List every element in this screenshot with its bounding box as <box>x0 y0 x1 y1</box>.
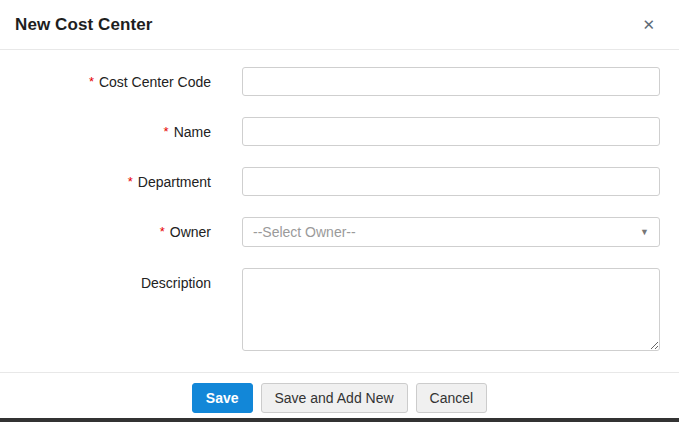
form-row-owner: *Owner --Select Owner-- ▼ <box>0 217 679 247</box>
field-cell: --Select Owner-- ▼ <box>242 217 660 247</box>
owner-label-text: Owner <box>170 224 211 240</box>
owner-label: *Owner <box>0 224 211 240</box>
form-row-name: *Name <box>0 117 679 146</box>
owner-select-value: --Select Owner-- <box>253 224 356 240</box>
field-cell <box>242 268 660 351</box>
save-button[interactable]: Save <box>192 383 253 413</box>
owner-select[interactable]: --Select Owner-- ▼ <box>242 217 660 247</box>
name-input[interactable] <box>242 117 660 146</box>
dialog-header: New Cost Center ✕ <box>0 0 679 50</box>
cancel-button[interactable]: Cancel <box>416 383 488 413</box>
chevron-down-icon: ▼ <box>640 228 649 237</box>
cost-center-code-label: *Cost Center Code <box>0 74 211 90</box>
dialog-title: New Cost Center <box>15 15 153 35</box>
field-cell <box>242 117 660 146</box>
close-icon[interactable]: ✕ <box>638 13 659 36</box>
department-label-text: Department <box>138 174 211 190</box>
save-and-add-new-button[interactable]: Save and Add New <box>261 383 408 413</box>
page-bottom-edge <box>0 418 679 422</box>
description-label-text: Description <box>141 275 211 291</box>
cost-center-code-label-text: Cost Center Code <box>99 74 211 90</box>
required-asterisk: * <box>164 124 169 139</box>
description-label: Description <box>0 268 211 291</box>
new-cost-center-dialog: New Cost Center ✕ *Cost Center Code *Nam… <box>0 0 679 423</box>
department-label: *Department <box>0 174 211 190</box>
dialog-footer: Save Save and Add New Cancel <box>0 372 679 423</box>
name-label: *Name <box>0 124 211 140</box>
description-textarea[interactable] <box>242 268 660 351</box>
form-row-cost-center-code: *Cost Center Code <box>0 67 679 96</box>
form-row-department: *Department <box>0 167 679 196</box>
dialog-body: *Cost Center Code *Name *Department <box>0 50 679 351</box>
form-row-description: Description <box>0 268 679 351</box>
field-cell <box>242 167 660 196</box>
required-asterisk: * <box>160 224 165 239</box>
field-cell <box>242 67 660 96</box>
cost-center-code-input[interactable] <box>242 67 660 96</box>
name-label-text: Name <box>174 124 211 140</box>
department-input[interactable] <box>242 167 660 196</box>
required-asterisk: * <box>89 74 94 89</box>
required-asterisk: * <box>128 174 133 189</box>
